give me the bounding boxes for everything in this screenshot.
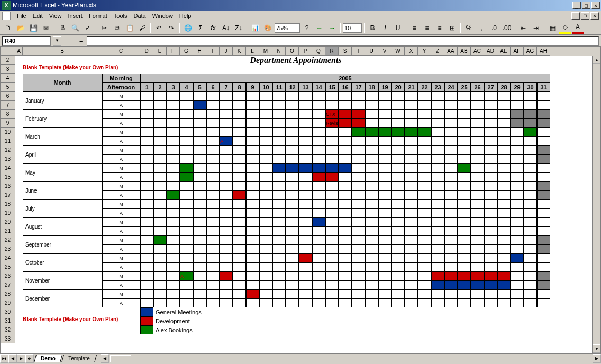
row-header-31[interactable]: 31 [1, 316, 15, 325]
formula-bar[interactable] [87, 36, 599, 46]
sheet-tab-demo[interactable]: Demo [34, 355, 62, 362]
planner-cell[interactable] [206, 298, 220, 307]
row-header-27[interactable]: 27 [1, 280, 15, 289]
planner-cell[interactable] [272, 289, 286, 298]
planner-cell[interactable] [444, 154, 458, 163]
planner-cell[interactable] [405, 226, 418, 235]
planner-cell[interactable] [153, 119, 167, 128]
planner-cell[interactable] [537, 235, 550, 244]
planner-cell[interactable] [339, 163, 352, 172]
planner-cell[interactable] [206, 199, 220, 208]
planner-cell[interactable] [352, 163, 365, 172]
planner-cell[interactable] [259, 199, 272, 208]
planner-cell[interactable] [365, 163, 378, 172]
planner-cell[interactable] [537, 244, 550, 253]
planner-cell[interactable] [220, 244, 233, 253]
planner-cell[interactable] [431, 217, 444, 226]
planner-cell[interactable] [497, 235, 511, 244]
row-header-19[interactable]: 19 [1, 208, 15, 217]
planner-cell[interactable] [167, 226, 180, 235]
planner-cell[interactable] [299, 244, 312, 253]
merge-center-button[interactable]: ⊞ [447, 22, 458, 34]
planner-cell[interactable] [272, 208, 286, 217]
planner-cell[interactable] [246, 181, 259, 190]
planner-cell[interactable] [444, 101, 458, 110]
back-button[interactable]: ← [314, 22, 325, 34]
planner-cell[interactable] [352, 280, 365, 289]
planner-cell[interactable] [471, 271, 484, 280]
planner-cell[interactable] [497, 119, 511, 128]
planner-cell[interactable] [391, 101, 405, 110]
planner-cell[interactable] [339, 253, 352, 262]
copy-button[interactable]: ⧉ [111, 22, 123, 34]
planner-cell[interactable] [220, 217, 233, 226]
planner-cell[interactable] [312, 181, 325, 190]
select-all-corner[interactable] [1, 47, 15, 56]
planner-cell[interactable] [352, 226, 365, 235]
planner-cell[interactable] [458, 289, 471, 298]
row-header-3[interactable]: 3 [1, 65, 15, 74]
planner-cell[interactable] [471, 110, 484, 119]
planner-cell[interactable] [206, 163, 220, 172]
menu-window[interactable]: Window [149, 12, 176, 20]
planner-cell[interactable] [233, 101, 246, 110]
planner-cell[interactable] [339, 110, 352, 119]
planner-cell[interactable] [140, 190, 153, 199]
planner-cell[interactable] [418, 199, 431, 208]
row-header-13[interactable]: 13 [1, 154, 15, 163]
planner-cell[interactable] [206, 110, 220, 119]
col-header-O[interactable]: O [286, 47, 299, 56]
planner-cell[interactable] [220, 271, 233, 280]
planner-cell[interactable] [511, 262, 524, 271]
planner-cell[interactable] [220, 190, 233, 199]
planner-cell[interactable] [497, 217, 511, 226]
sort-asc-button[interactable]: A↓ [220, 22, 232, 34]
planner-cell[interactable] [259, 128, 272, 136]
planner-cell[interactable] [193, 181, 206, 190]
planner-cell[interactable] [299, 172, 312, 181]
planner-cell[interactable] [378, 289, 391, 298]
planner-cell[interactable] [444, 190, 458, 199]
planner-cell[interactable] [444, 271, 458, 280]
planner-cell[interactable] [259, 154, 272, 163]
planner-cell[interactable] [378, 190, 391, 199]
planner-cell[interactable] [458, 101, 471, 110]
col-header-AB[interactable]: AB [458, 47, 471, 56]
planner-cell[interactable] [233, 217, 246, 226]
planner-cell[interactable] [246, 226, 259, 235]
planner-cell[interactable] [418, 262, 431, 271]
planner-cell[interactable] [233, 154, 246, 163]
planner-cell[interactable] [405, 101, 418, 110]
planner-cell[interactable] [339, 181, 352, 190]
planner-cell[interactable] [497, 280, 511, 289]
planner-cell[interactable] [484, 271, 497, 280]
col-header-AE[interactable]: AE [497, 47, 511, 56]
planner-cell[interactable] [206, 145, 220, 154]
planner-cell[interactable] [272, 181, 286, 190]
planner-cell[interactable] [405, 199, 418, 208]
bold-button[interactable]: B [367, 22, 378, 34]
planner-cell[interactable] [378, 280, 391, 289]
planner-cell[interactable] [246, 172, 259, 181]
planner-cell[interactable] [286, 199, 299, 208]
planner-cell[interactable] [339, 136, 352, 145]
planner-cell[interactable] [206, 280, 220, 289]
planner-cell[interactable] [431, 181, 444, 190]
blank-template-link-2[interactable]: Blank Template (Make your Own Plan) [23, 316, 171, 325]
planner-cell[interactable] [299, 119, 312, 128]
col-header-E[interactable]: E [153, 47, 167, 56]
col-header-G[interactable]: G [180, 47, 193, 56]
planner-cell[interactable] [405, 235, 418, 244]
planner-cell[interactable] [312, 136, 325, 145]
menu-format[interactable]: Format [86, 12, 111, 20]
planner-cell[interactable] [365, 119, 378, 128]
planner-cell[interactable] [471, 244, 484, 253]
planner-cell[interactable] [312, 262, 325, 271]
help-button[interactable]: ? [301, 22, 313, 34]
planner-cell[interactable] [259, 136, 272, 145]
planner-cell[interactable] [511, 128, 524, 136]
row-header-21[interactable]: 21 [1, 226, 15, 235]
planner-cell[interactable] [233, 136, 246, 145]
planner-cell[interactable] [444, 128, 458, 136]
row-header-18[interactable]: 18 [1, 199, 15, 208]
